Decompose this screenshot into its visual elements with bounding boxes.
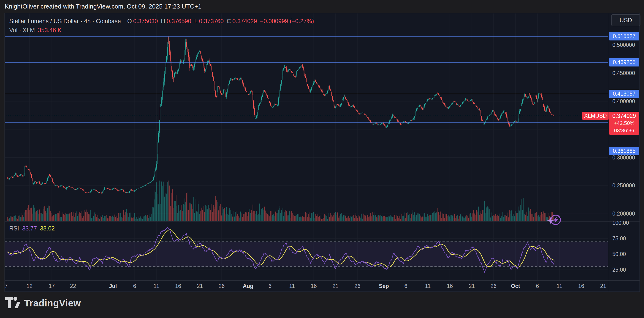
candle-body — [514, 121, 515, 122]
candle-body — [342, 100, 342, 103]
volume-bar — [466, 215, 466, 221]
candle-body — [16, 173, 16, 174]
candle-body — [123, 190, 124, 191]
candle-body — [387, 125, 388, 127]
candle-body — [489, 115, 490, 115]
candle-body — [267, 95, 268, 98]
candle-body — [392, 117, 392, 119]
volume-bar — [410, 218, 411, 221]
candle-body — [126, 192, 126, 193]
volume-bar — [481, 214, 482, 221]
volume-bar — [280, 206, 280, 221]
chart-canvas[interactable] — [5, 13, 640, 292]
volume-bar — [470, 213, 471, 221]
candle-body — [450, 105, 451, 105]
candle-body — [253, 101, 254, 108]
candle-body — [157, 154, 158, 164]
candle-body — [252, 95, 253, 101]
volume-bar — [346, 216, 346, 221]
candle-body — [240, 78, 241, 79]
volume-bar — [172, 193, 172, 221]
volume-bar — [348, 216, 349, 221]
candle-body — [107, 188, 108, 189]
volume-bar — [86, 210, 86, 221]
candle-body — [494, 112, 495, 114]
volume-bar — [223, 209, 224, 221]
volume-bar — [517, 213, 518, 221]
candle-body — [201, 56, 202, 59]
volume-bar — [427, 214, 428, 221]
candle-body — [79, 188, 80, 188]
volume-bar — [44, 209, 44, 221]
candle-body — [112, 189, 113, 190]
volume-bar — [341, 213, 341, 221]
candle-body — [420, 105, 420, 106]
volume-bar — [186, 202, 186, 221]
time-tick-Oct: Oct — [511, 283, 520, 289]
volume-bar — [331, 218, 331, 221]
candle-body — [156, 169, 156, 171]
candle-body — [99, 192, 100, 193]
volume-bar — [38, 211, 38, 221]
candle-body — [296, 71, 297, 75]
candle-body — [217, 86, 218, 92]
volume-bar — [486, 208, 487, 221]
volume-bar — [454, 218, 454, 221]
candle-body — [487, 117, 488, 119]
volume-bar — [176, 206, 177, 221]
volume-bar — [21, 217, 22, 221]
candle-body — [31, 174, 32, 178]
rsi-ma-value: 38.02 — [40, 225, 55, 232]
volume-bar — [328, 213, 328, 221]
candle-body — [366, 115, 366, 115]
volume-bar — [426, 217, 426, 221]
candle-body — [422, 107, 422, 108]
volume-bar — [342, 217, 343, 221]
candle-body — [309, 89, 310, 92]
candle-body — [433, 98, 434, 98]
volume-bar — [188, 210, 189, 221]
volume-bar — [520, 205, 520, 221]
volume-bar — [528, 208, 528, 221]
candle-body — [222, 94, 222, 95]
candle-body — [490, 115, 491, 115]
volume-bar — [317, 214, 317, 221]
currency-toggle-button[interactable]: USD — [611, 14, 640, 26]
volume-bar — [290, 212, 291, 221]
candle-body — [160, 107, 160, 120]
candle-body — [15, 173, 16, 175]
volume-bar — [90, 215, 90, 221]
price-tick-0.400000: 0.400000 — [612, 98, 635, 105]
volume-bar — [328, 213, 329, 221]
volume-bar — [142, 218, 142, 221]
candle-body — [546, 111, 546, 112]
volume-bar — [345, 218, 345, 221]
volume-bar — [54, 215, 55, 221]
candle-body — [319, 86, 320, 88]
volume-bar — [357, 218, 358, 221]
volume-bar — [97, 215, 97, 221]
volume-bar — [109, 219, 109, 221]
candle-body — [534, 102, 534, 104]
volume-bar — [464, 218, 464, 221]
candle-body — [474, 103, 474, 104]
time-tick-6: 6 — [133, 283, 136, 289]
candle-body — [227, 89, 228, 92]
candle-body — [56, 185, 57, 186]
volume-bar — [385, 217, 385, 221]
volume-bar — [36, 212, 36, 221]
candle-body — [312, 86, 312, 87]
candle-body — [225, 90, 226, 93]
volume-bar — [513, 212, 513, 221]
candle-body — [17, 176, 18, 177]
candle-body — [51, 177, 52, 178]
volume-bar — [384, 216, 384, 221]
volume-bar — [532, 216, 532, 221]
candle-body — [11, 177, 12, 177]
candle-body — [529, 93, 530, 97]
candle-body — [548, 106, 548, 107]
candle-body — [35, 181, 36, 182]
volume-bar — [422, 217, 422, 221]
tradingview-logo[interactable]: TradingView — [5, 297, 81, 309]
volume-bar — [518, 210, 519, 221]
